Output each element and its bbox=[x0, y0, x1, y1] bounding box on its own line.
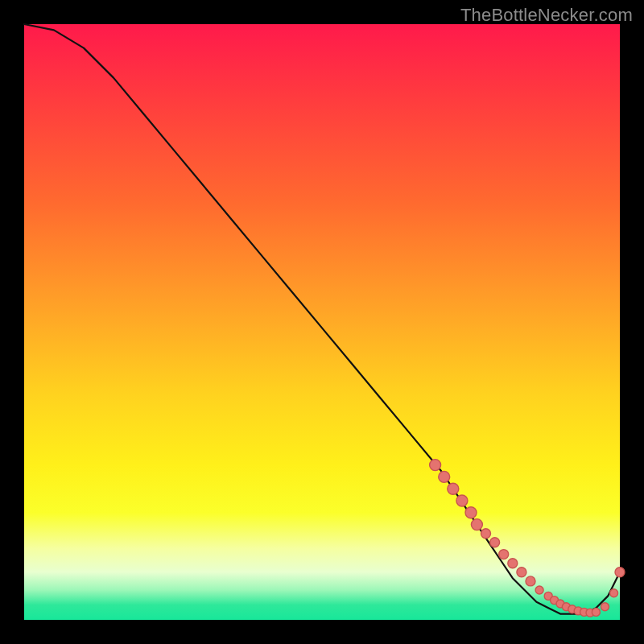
highlight-dot bbox=[481, 529, 491, 539]
highlight-dot bbox=[439, 471, 450, 482]
highlight-dot bbox=[535, 586, 543, 594]
highlight-dot bbox=[517, 568, 526, 577]
highlight-dot bbox=[465, 507, 477, 518]
chart-stage: TheBottleNecker.com bbox=[0, 0, 644, 644]
highlight-dot bbox=[456, 495, 468, 506]
highlight-dot bbox=[601, 603, 609, 611]
highlight-dot bbox=[471, 519, 482, 530]
curve-svg bbox=[24, 24, 620, 620]
highlight-dot bbox=[490, 538, 500, 547]
highlight-dot bbox=[592, 608, 600, 616]
highlight-dot bbox=[499, 550, 509, 559]
highlight-dot bbox=[448, 483, 459, 494]
highlight-dot bbox=[508, 559, 518, 568]
highlight-dot bbox=[615, 568, 625, 577]
plot-area bbox=[24, 24, 620, 620]
highlight-dot bbox=[610, 589, 618, 597]
highlight-dot bbox=[526, 576, 535, 586]
watermark-text: TheBottleNecker.com bbox=[460, 5, 633, 26]
bottleneck-curve bbox=[24, 24, 620, 614]
highlight-dot bbox=[430, 460, 441, 471]
